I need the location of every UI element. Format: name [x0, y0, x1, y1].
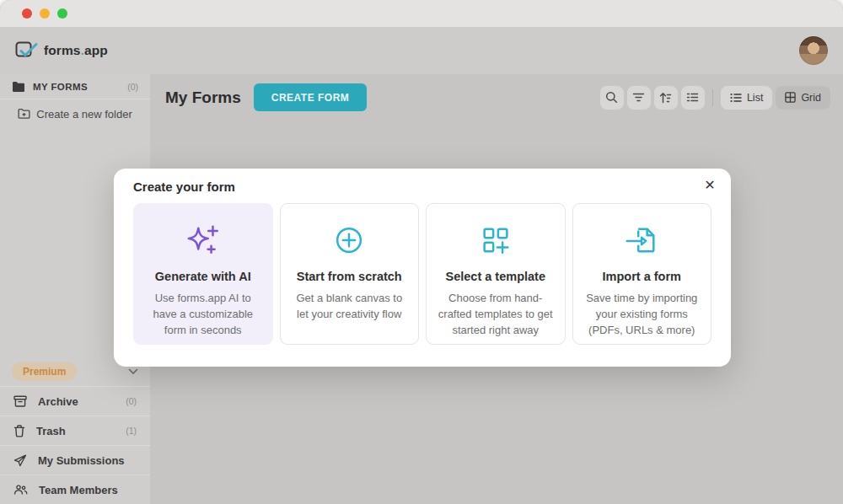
logo-mark-icon [15, 40, 38, 61]
list-view-icon [730, 93, 742, 103]
sidebar-item-trash[interactable]: Trash (1) [0, 416, 150, 445]
minimize-window-button[interactable] [40, 8, 50, 19]
chevron-down-icon [128, 368, 138, 375]
create-form-button[interactable]: CREATE FORM [254, 83, 368, 111]
create-folder-label: Create a new folder [36, 108, 132, 121]
import-file-icon [623, 223, 660, 258]
toolbar-divider [712, 89, 713, 106]
archive-icon [13, 395, 27, 408]
sidebar-item-archive[interactable]: Archive (0) [0, 386, 150, 416]
card-start-from-scratch[interactable]: Start from scratch Get a blank canvas to… [280, 203, 420, 345]
team-icon [13, 484, 28, 496]
grid-view-button[interactable]: Grid [776, 86, 830, 110]
card-select-a-template[interactable]: Select a template Choose from hand-craft… [426, 203, 566, 345]
sort-button[interactable] [654, 86, 678, 110]
template-grid-icon [478, 223, 513, 258]
filter-icon [632, 92, 645, 103]
premium-badge: Premium [12, 362, 77, 381]
page-title: My Forms [165, 88, 241, 107]
card-import-a-form[interactable]: Import a form Save time by importing you… [572, 203, 712, 345]
main-toolbar: My Forms CREATE FORM [150, 74, 843, 111]
circle-plus-icon [331, 223, 367, 258]
list-check-button[interactable] [681, 86, 705, 110]
modal-cards: Generate with AI Use forms.app AI to hav… [133, 203, 711, 345]
ai-sparkle-icon [184, 223, 223, 258]
paper-plane-icon [13, 454, 27, 467]
sidebar-item-my-forms[interactable]: MY FORMS (0) [0, 74, 150, 99]
list-check-icon [686, 92, 699, 103]
modal-title: Create your form [133, 180, 235, 194]
logo-text: forms.app [44, 43, 108, 58]
my-forms-count: (0) [127, 82, 138, 92]
trash-icon [13, 425, 25, 437]
close-window-button[interactable] [22, 8, 32, 19]
sort-icon [659, 92, 672, 104]
close-icon[interactable]: ✕ [699, 174, 721, 196]
search-icon [605, 91, 618, 104]
folder-icon [12, 81, 25, 93]
create-folder-button[interactable]: Create a new folder [0, 99, 150, 128]
grid-view-icon [785, 92, 796, 103]
toolbar-right: List Grid [600, 86, 830, 110]
my-forms-label: MY FORMS [33, 82, 120, 92]
card-generate-with-ai[interactable]: Generate with AI Use forms.app AI to hav… [133, 203, 273, 345]
folder-plus-icon [18, 108, 30, 120]
app-header: forms.app [0, 27, 843, 74]
list-view-label: List [747, 92, 763, 104]
filter-button[interactable] [627, 86, 651, 110]
maximize-window-button[interactable] [57, 8, 67, 19]
list-view-button[interactable]: List [721, 86, 772, 110]
window-titlebar [0, 0, 843, 27]
create-form-modal: Create your form ✕ Generate with AI Use … [114, 169, 731, 367]
avatar[interactable] [799, 36, 828, 65]
sidebar-item-team-members[interactable]: Team Members [0, 475, 150, 504]
sidebar-item-my-submissions[interactable]: My Submissions [0, 445, 150, 475]
forms-app-logo[interactable]: forms.app [15, 40, 108, 61]
grid-view-label: Grid [801, 92, 821, 104]
search-button[interactable] [600, 86, 624, 110]
app-window: forms.app MY FORMS (0) Create a new fold… [0, 0, 843, 504]
